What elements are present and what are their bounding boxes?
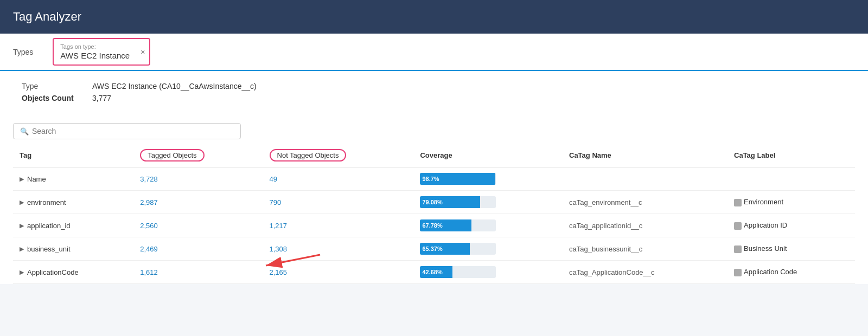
- cell-coverage: 79.08%: [413, 191, 563, 214]
- coverage-bar-bg: 79.08%: [420, 196, 496, 208]
- coverage-bar-bg: 42.68%: [420, 266, 496, 278]
- col-header-catag-name: CaTag Name: [563, 144, 727, 167]
- expand-chevron[interactable]: ▶: [20, 245, 24, 253]
- tag-name: application_id: [27, 222, 71, 230]
- expand-chevron[interactable]: ▶: [20, 176, 24, 183]
- cell-catag-label: Business Unit: [727, 237, 855, 261]
- tab-close-button[interactable]: ×: [141, 48, 145, 56]
- objects-count-row: Objects Count 3,777: [22, 94, 846, 102]
- search-section: 🔍: [0, 117, 868, 144]
- tagged-objects-badge: Tagged Objects: [140, 149, 204, 161]
- table-row: ▶business_unit2,4691,308 65.37% caTag_bu…: [13, 237, 855, 261]
- cell-tag[interactable]: ▶environment: [13, 191, 133, 214]
- search-icon: 🔍: [20, 127, 29, 135]
- tag-name: Name: [27, 175, 46, 183]
- col-header-coverage: Coverage: [413, 144, 563, 167]
- cell-coverage: 42.68%: [413, 261, 563, 284]
- col-header-tag: Tag: [13, 144, 133, 167]
- cell-tag[interactable]: ▶business_unit: [13, 237, 133, 261]
- coverage-bar-bg: 67.78%: [420, 219, 496, 231]
- cell-catag-label: Environment: [727, 191, 855, 214]
- cell-tagged-objects[interactable]: 2,560: [133, 214, 263, 237]
- col-header-tagged: Tagged Objects: [133, 144, 263, 167]
- cell-catag-name: caTag_ApplicationCode__c: [563, 261, 727, 284]
- cell-tagged-objects[interactable]: 1,612: [133, 261, 263, 284]
- tab-active[interactable]: Tags on type: AWS EC2 Instance ×: [53, 38, 150, 66]
- catag-label-icon: [734, 222, 742, 230]
- tag-name: environment: [27, 198, 66, 206]
- cell-coverage: 67.78%: [413, 214, 563, 237]
- cell-coverage: 98.7%: [413, 167, 563, 191]
- cell-not-tagged-objects[interactable]: 2,165: [263, 261, 414, 284]
- page-title: Tag Analyzer: [13, 10, 81, 23]
- cell-catag-name: caTag_environment__c: [563, 191, 727, 214]
- coverage-bar-bg: 98.7%: [420, 173, 496, 185]
- cell-catag-label: Application Code: [727, 261, 855, 284]
- not-tagged-objects-badge: Not Tagged Objects: [270, 149, 347, 161]
- table-row: ▶environment2,987790 79.08% caTag_enviro…: [13, 191, 855, 214]
- cell-tag[interactable]: ▶ApplicationCode: [13, 261, 133, 284]
- tab-small-label: Tags on type:: [60, 43, 143, 50]
- catag-label-text: Application ID: [744, 221, 787, 229]
- cell-tagged-objects[interactable]: 3,728: [133, 167, 263, 191]
- table-header-row: Tag Tagged Objects Not Tagged Objects Co…: [13, 144, 855, 167]
- cell-not-tagged-objects[interactable]: 1,217: [263, 214, 414, 237]
- page-header: Tag Analyzer: [0, 0, 868, 34]
- objects-count-value: 3,777: [92, 94, 111, 102]
- catag-label-text: Application Code: [744, 268, 797, 276]
- expand-chevron[interactable]: ▶: [20, 199, 24, 206]
- coverage-bar-bg: 65.37%: [420, 243, 496, 255]
- tab-value: AWS EC2 Instance: [60, 51, 143, 60]
- table-container: Tag Tagged Objects Not Tagged Objects Co…: [0, 144, 868, 284]
- cell-tag[interactable]: ▶Name: [13, 167, 133, 191]
- tab-types[interactable]: Types: [13, 39, 42, 65]
- tags-table: Tag Tagged Objects Not Tagged Objects Co…: [13, 144, 855, 284]
- cell-not-tagged-objects[interactable]: 790: [263, 191, 414, 214]
- expand-chevron[interactable]: ▶: [20, 269, 24, 276]
- cell-catag-name: [563, 167, 727, 191]
- catag-label-icon: [734, 199, 742, 206]
- objects-count-label: Objects Count: [22, 94, 92, 102]
- table-row: ▶application_id2,5601,217 67.78% caTag_a…: [13, 214, 855, 237]
- tag-name: ApplicationCode: [27, 268, 79, 276]
- catag-label-icon: [734, 269, 742, 276]
- search-box[interactable]: 🔍: [13, 123, 241, 139]
- cell-tagged-objects[interactable]: 2,987: [133, 191, 263, 214]
- cell-tag[interactable]: ▶application_id: [13, 214, 133, 237]
- col-header-catag-label: CaTag Label: [727, 144, 855, 167]
- col-header-not-tagged: Not Tagged Objects: [263, 144, 414, 167]
- coverage-bar-fill: 67.78%: [420, 219, 471, 231]
- catag-label-text: Environment: [744, 198, 783, 206]
- catag-label-icon: [734, 245, 742, 253]
- expand-chevron[interactable]: ▶: [20, 222, 24, 229]
- cell-catag-name: caTag_businessunit__c: [563, 237, 727, 261]
- type-value: AWS EC2 Instance (CA10__CaAwsInstance__c…: [92, 82, 257, 91]
- coverage-bar-fill: 65.37%: [420, 243, 470, 255]
- cell-catag-name: caTag_applicationid__c: [563, 214, 727, 237]
- coverage-bar-fill: 98.7%: [420, 173, 495, 185]
- type-row: Type AWS EC2 Instance (CA10__CaAwsInstan…: [22, 82, 846, 91]
- search-input[interactable]: [32, 127, 234, 135]
- cell-catag-label: Application ID: [727, 214, 855, 237]
- table-row: ▶ApplicationCode1,6122,165 42.68% caTag_…: [13, 261, 855, 284]
- coverage-bar-fill: 79.08%: [420, 196, 480, 208]
- coverage-bar-fill: 42.68%: [420, 266, 452, 278]
- tag-name: business_unit: [27, 245, 71, 253]
- cell-catag-label: [727, 167, 855, 191]
- info-section: Type AWS EC2 Instance (CA10__CaAwsInstan…: [0, 71, 868, 117]
- type-label: Type: [22, 82, 92, 91]
- cell-not-tagged-objects[interactable]: 49: [263, 167, 414, 191]
- catag-label-text: Business Unit: [744, 244, 787, 253]
- cell-not-tagged-objects[interactable]: 1,308: [263, 237, 414, 261]
- tabs-row: Types Tags on type: AWS EC2 Instance ×: [0, 34, 868, 71]
- cell-coverage: 65.37%: [413, 237, 563, 261]
- table-row: ▶Name3,72849 98.7%: [13, 167, 855, 191]
- cell-tagged-objects[interactable]: 2,469: [133, 237, 263, 261]
